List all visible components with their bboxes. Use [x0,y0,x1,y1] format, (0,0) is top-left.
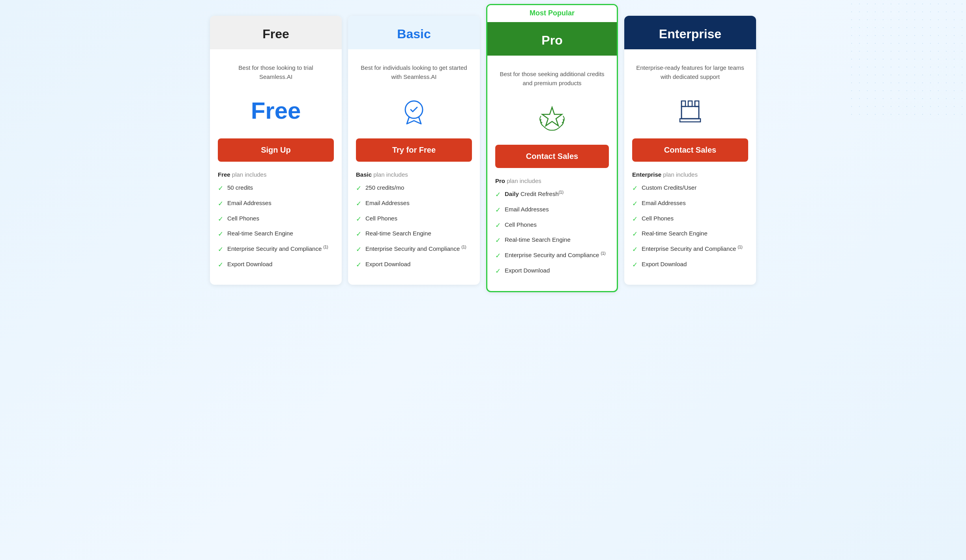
list-item: ✓ Email Addresses [632,199,748,209]
check-icon: ✓ [356,230,361,239]
plan-header-pro: Pro [487,22,617,56]
pricing-grid: Free Best for those looking to trial Sea… [207,16,759,292]
pro-feature-list: ✓ Daily Credit Refresh(1) ✓ Email Addres… [495,190,609,276]
check-icon: ✓ [495,236,501,245]
pro-includes-label: Pro plan includes [495,177,609,184]
list-item: ✓ 250 credits/mo [356,183,472,193]
check-icon: ✓ [632,245,638,254]
feature-text: Email Addresses [365,199,410,207]
feature-text: Email Addresses [642,199,686,207]
list-item: ✓ Real-time Search Engine [495,235,609,245]
price-free: Free [251,99,301,123]
basic-includes-label: Basic plan includes [356,171,472,178]
pro-cta-button[interactable]: Contact Sales [495,145,609,168]
feature-text: Enterprise Security and Compliance (1) [365,245,466,253]
plan-title-basic: Basic [356,27,472,41]
check-icon: ✓ [218,199,223,209]
list-item: ✓ Export Download [495,266,609,276]
feature-text: Real-time Search Engine [227,229,293,237]
check-icon: ✓ [356,215,361,224]
feature-text: Enterprise Security and Compliance (1) [505,251,606,259]
check-icon: ✓ [218,245,223,254]
feature-text: Real-time Search Engine [365,229,431,237]
plan-icon-free: Free [218,95,334,131]
check-icon: ✓ [495,190,501,200]
enterprise-cta-button[interactable]: Contact Sales [632,138,748,162]
feature-text: Real-time Search Engine [642,229,708,237]
list-item: ✓ Daily Credit Refresh(1) [495,190,609,200]
basic-includes-bold: Basic [356,171,372,178]
enterprise-feature-list: ✓ Custom Credits/User ✓ Email Addresses … [632,183,748,270]
plan-card-enterprise: Enterprise Enterprise-ready features for… [624,16,756,285]
feature-text: Export Download [505,266,550,274]
list-item: ✓ 50 credits [218,183,334,193]
feature-text: Enterprise Security and Compliance (1) [642,245,743,253]
feature-text: Cell Phones [365,214,397,222]
feature-text: Export Download [365,260,410,268]
free-cta-button[interactable]: Sign Up [218,138,334,162]
plan-body-enterprise: Enterprise-ready features for large team… [624,49,756,285]
check-icon: ✓ [632,199,638,209]
plan-title-pro: Pro [495,33,609,48]
enterprise-includes-bold: Enterprise [632,171,661,178]
list-item: ✓ Cell Phones [495,220,609,230]
feature-text: Cell Phones [505,220,537,229]
feature-text: Email Addresses [227,199,271,207]
feature-text: Cell Phones [642,214,674,222]
plan-header-enterprise: Enterprise [624,16,756,49]
basic-feature-list: ✓ 250 credits/mo ✓ Email Addresses ✓ Cel… [356,183,472,270]
plan-card-basic: Basic Best for individuals looking to ge… [348,16,480,285]
basic-cta-button[interactable]: Try for Free [356,138,472,162]
check-icon: ✓ [632,184,638,193]
check-icon: ✓ [495,205,501,215]
list-item: ✓ Enterprise Security and Compliance (1) [218,245,334,254]
list-item: ✓ Cell Phones [218,214,334,224]
plan-body-pro: Best for those seeking additional credit… [487,56,617,291]
check-icon: ✓ [218,184,223,193]
most-popular-badge: Most Popular [487,5,617,22]
free-includes-label: Free plan includes [218,171,334,178]
plan-description-basic: Best for individuals looking to get star… [356,63,472,91]
enterprise-includes-label: Enterprise plan includes [632,171,748,178]
check-icon: ✓ [356,245,361,254]
list-item: ✓ Export Download [218,260,334,270]
list-item: ✓ Email Addresses [495,205,609,215]
feature-text: 50 credits [227,183,253,192]
plan-body-free: Best for those looking to trial Seamless… [210,49,342,285]
plan-description-pro: Best for those seeking additional credit… [495,70,609,97]
check-icon: ✓ [356,184,361,193]
list-item: ✓ Enterprise Security and Compliance (1) [632,245,748,254]
feature-text: Custom Credits/User [642,183,696,192]
check-icon: ✓ [632,230,638,239]
svg-marker-1 [542,107,562,126]
check-icon: ✓ [632,215,638,224]
list-item: ✓ Cell Phones [632,214,748,224]
plan-card-pro: Most Popular Pro Best for those seeking … [486,4,618,292]
feature-text: Daily Credit Refresh(1) [505,190,564,198]
check-icon: ✓ [495,251,501,261]
plan-icon-enterprise [632,95,748,131]
plan-header-free: Free [210,16,342,49]
plan-body-basic: Best for individuals looking to get star… [348,49,480,285]
check-icon: ✓ [218,215,223,224]
list-item: ✓ Export Download [632,260,748,270]
feature-text: Export Download [642,260,687,268]
svg-rect-2 [681,101,685,106]
check-icon: ✓ [495,221,501,230]
check-icon: ✓ [356,199,361,209]
check-icon: ✓ [632,260,638,270]
feature-text: Email Addresses [505,205,549,213]
svg-rect-4 [695,101,699,106]
svg-rect-6 [681,106,699,119]
check-icon: ✓ [218,260,223,270]
feature-text: Cell Phones [227,214,259,222]
pro-includes-bold: Pro [495,177,505,184]
plan-description-free: Best for those looking to trial Seamless… [218,63,334,91]
plan-title-free: Free [218,27,334,41]
svg-rect-3 [688,101,692,106]
list-item: ✓ Email Addresses [356,199,472,209]
list-item: ✓ Export Download [356,260,472,270]
list-item: ✓ Custom Credits/User [632,183,748,193]
feature-text: Export Download [227,260,272,268]
free-feature-list: ✓ 50 credits ✓ Email Addresses ✓ Cell Ph… [218,183,334,270]
